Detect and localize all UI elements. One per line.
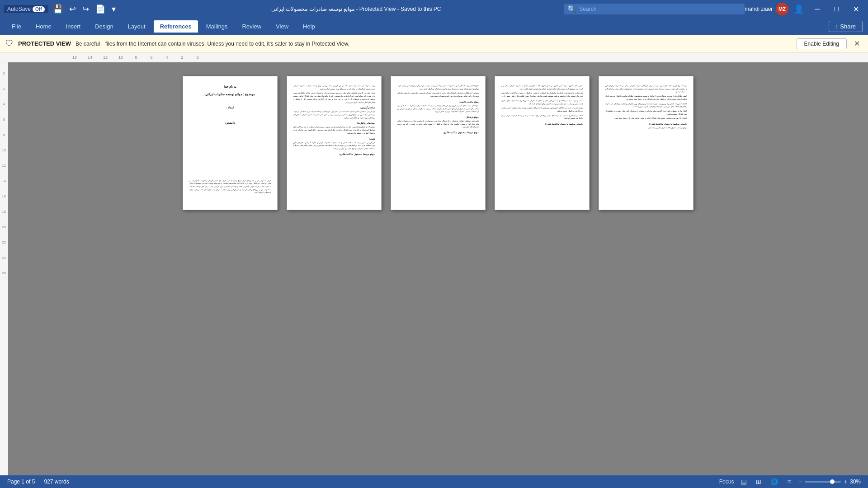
page-1-title-block: به نام خدا موضوع : موانع توسعه صادرات ای… (189, 84, 271, 125)
word-count: 927 words (44, 479, 69, 485)
page-5-para-4: انتقال پول و تسهیلات مالی، ایجاد بانک‌ها… (605, 110, 687, 116)
user-avatar[interactable]: MZ (776, 3, 788, 15)
page-3-para-2: بسیاری از مشکلات تعرفه‌ها و استانداردهای… (397, 92, 479, 98)
page-4-para-4: توسعه صادرات خدمات و کالاهای دانش‌محور و… (501, 107, 583, 113)
read-layout-view-btn[interactable]: ⊞ (754, 477, 763, 486)
share-icon: ↑ (835, 23, 839, 30)
page-3-section3: موانع مرتبط به حقوق مالکیت فکری: (397, 131, 479, 134)
tab-references[interactable]: References (154, 20, 198, 33)
page-2-para-3: این گزارش به چندین بخش تقسیم شده است. در… (293, 110, 375, 119)
print-layout-view-btn[interactable]: ▤ (739, 477, 749, 486)
tab-help[interactable]: Help (297, 20, 321, 33)
page-1-fields: استاد : دانشجو : (189, 106, 271, 125)
protected-view-message: Be careful—files from the Internet can c… (75, 41, 792, 47)
ruler: 18 14 12 10 8 6 4 2 2 (0, 52, 868, 62)
maximize-button[interactable]: □ (829, 3, 844, 15)
tab-mailings[interactable]: Mailings (200, 20, 234, 33)
zoom-control: − + 30% (798, 478, 861, 485)
tab-review[interactable]: Review (236, 20, 268, 33)
page-2-para-2: هدف اصلی این گزارش شناسایی موانع اصلی در… (293, 92, 375, 104)
page-2: روند پیشرفت آن صنعت را محدود نکند. در ای… (287, 76, 382, 210)
page-2-body: روند پیشرفت آن صنعت را محدود نکند. در ای… (293, 84, 375, 156)
zoom-in-button[interactable]: + (844, 478, 847, 485)
focus-label[interactable]: Focus (719, 479, 734, 485)
minimize-button[interactable]: ─ (809, 3, 825, 15)
autosave-text: AutoSave (7, 6, 31, 12)
page-2-section3: نتیجه: (293, 137, 375, 141)
ruler-numbers: 18 14 12 10 8 6 4 2 2 (67, 55, 205, 60)
title-bar-right: mahdi ziaei MZ 👤 ─ □ ✕ (745, 2, 864, 16)
search-input[interactable] (579, 6, 741, 12)
page-2-section4: موانع مرتبط به حقوق مالکیت فکری: (293, 152, 375, 156)
page-1-student: دانشجو : (189, 121, 271, 125)
page-1-subject: موضوع : موانع توسعه صادرات ایرانی (189, 92, 271, 97)
status-bar-right: Focus ▤ ⊞ 🌐 ≡ − + 30% (719, 477, 861, 486)
page-4-para-1: نقض مالکیت فکری، سرقت ادبی فناورانه و نق… (501, 84, 583, 90)
autosave-toggle[interactable]: Off (33, 6, 44, 12)
tab-layout[interactable]: Layout (122, 20, 152, 33)
ribbon: File Home Insert Design Layout Reference… (0, 18, 868, 35)
left-ruler: 2 2 4 6 8 10 12 14 16 18 20 22 24 26 (0, 62, 8, 475)
protected-view-label: PROTECTED VIEW (18, 40, 71, 47)
save-icon[interactable]: 💾 (51, 2, 65, 16)
autosave-section[interactable]: AutoSave Off (4, 5, 48, 13)
ruler-num-8: 8 (128, 55, 144, 60)
status-bar: Page 1 of 5 927 words Focus ▤ ⊞ 🌐 ≡ − + … (0, 475, 868, 488)
tab-file[interactable]: File (5, 20, 28, 33)
close-button[interactable]: ✕ (848, 3, 864, 15)
title-bar-left: AutoSave Off 💾 ↩ ↪ 📄 ▾ (4, 2, 148, 16)
enable-editing-button[interactable]: Enable Editing (797, 38, 847, 49)
search-icon: 🔍 (567, 5, 576, 14)
web-layout-view-btn[interactable]: 🌐 (769, 477, 780, 486)
tab-home[interactable]: Home (29, 20, 58, 33)
page-5-section1: راه‌های مرتبط به حقوق مالکیت فکری: (605, 122, 687, 126)
page-1-professor: استاد : (189, 106, 271, 109)
page-2-section2: روش‌ها و چالش‌ها: (293, 121, 375, 125)
page-3: داروخانه‌ها و تولید کنندگان تامین محصولا… (391, 76, 486, 210)
protected-view-bar: 🛡 PROTECTED VIEW Be careful—files from t… (0, 35, 868, 52)
tab-insert[interactable]: Insert (60, 20, 87, 33)
share-button[interactable]: ↑ Share (829, 21, 863, 32)
close-protected-bar-button[interactable]: ✕ (851, 39, 863, 48)
page-4-para-3: کمک و تقویت دیپلماسی اقتصادی با کشورهای … (501, 99, 583, 105)
page-4-para-5: ایجاد سرمایه‌گذاری مشترک با شرکت‌های معت… (501, 114, 583, 120)
search-bar[interactable]: 🔍 (564, 4, 745, 14)
page-2-para-1: روند پیشرفت آن صنعت را محدود نکند. در ای… (293, 84, 375, 90)
more-options-icon[interactable]: ▾ (110, 2, 118, 16)
page-4: نقض مالکیت فکری، سرقت ادبی فناورانه و نق… (495, 76, 590, 210)
page-3-para-3: تعرفه‌ها و سیاست‌های مالیاتی و ارزی برای… (397, 104, 479, 113)
tab-view[interactable]: View (269, 20, 295, 33)
outline-view-btn[interactable]: ≡ (785, 477, 793, 486)
page-1: به نام خدا موضوع : موانع توسعه صادرات ای… (183, 76, 278, 210)
zoom-thumb[interactable] (830, 479, 835, 484)
page-4-para-2: ساده‌سازی فرآیندهای ثبت شرکت‌ها و استاند… (501, 92, 583, 98)
redo-icon[interactable]: ↪ (80, 2, 91, 16)
ruler-num-14: 14 (82, 55, 98, 60)
page-indicator: Page 1 of 5 (7, 479, 35, 485)
profile-icon[interactable]: 👤 (792, 2, 806, 16)
document-area[interactable]: به نام خدا موضوع : موانع توسعه صادرات ای… (8, 62, 868, 475)
ruler-num-2b: 2 (190, 55, 205, 60)
user-name: mahdi ziaei (745, 6, 772, 12)
new-doc-icon[interactable]: 📄 (94, 2, 107, 16)
page-3-section2: موانع فرهنگی: (397, 115, 479, 119)
zoom-slider[interactable] (805, 481, 841, 483)
tab-design[interactable]: Design (89, 20, 119, 33)
page-5-body: نوسانات نرخ ارز از مالکیت‌های مدیریت ریس… (605, 84, 687, 130)
undo-icon[interactable]: ↩ (67, 2, 78, 16)
page-1-footer-text: ایران به عنوان یکی از کشورهای دارای تاری… (189, 179, 271, 195)
main-content: 2 2 4 6 8 10 12 14 16 18 20 22 24 26 به … (0, 62, 868, 475)
document-title: موانع توسعه صادرات محصولات ایرانی - Prot… (148, 6, 564, 12)
page-5-para-2: کمبود اطلاعات بازار هدف و فرهنگ تجاری آن… (605, 95, 687, 101)
page-1-footer: ایران به عنوان یکی از کشورهای دارای تاری… (189, 179, 271, 195)
page-1-top-label: به نام خدا (189, 84, 271, 89)
page-3-para-4: تفاوت‌های فرهنگی، اجتماعی و فقدان درک فر… (397, 120, 479, 129)
ruler-num-6: 6 (144, 55, 159, 60)
shield-icon: 🛡 (5, 39, 14, 48)
zoom-out-button[interactable]: − (798, 478, 802, 485)
page-4-section1: راه‌های مرتبط به حقوق مالکیت فکری: (501, 122, 583, 126)
page-4-body: نقض مالکیت فکری، سرقت ادبی فناورانه و نق… (501, 84, 583, 126)
title-bar: AutoSave Off 💾 ↩ ↪ 📄 ▾ موانع توسعه صادرا… (0, 0, 868, 18)
page-3-section1: موانع مالی و قانونی: (397, 100, 479, 103)
page-5-para-6: موانع مرتبط به حقوق مالکیت فکری، قانونی … (605, 127, 687, 130)
